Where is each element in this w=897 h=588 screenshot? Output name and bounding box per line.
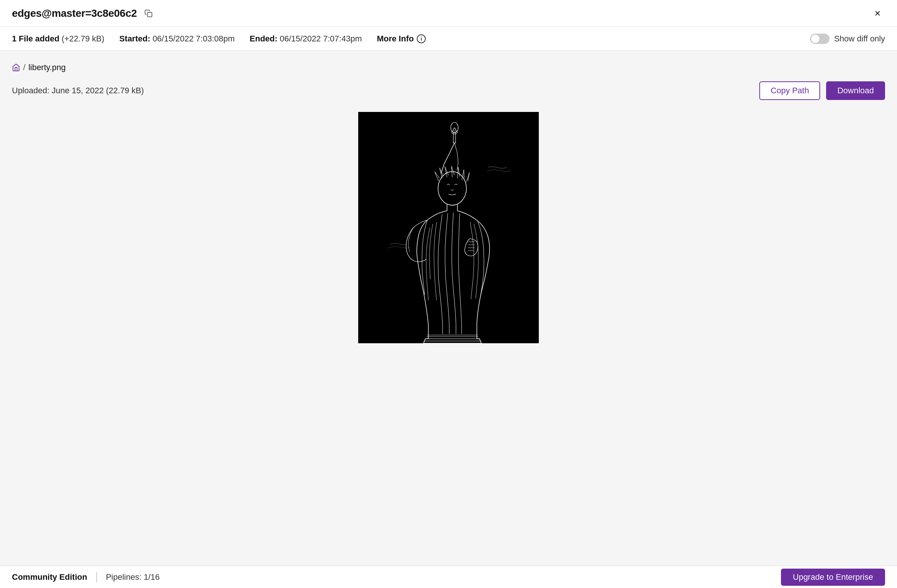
svg-rect-0: [147, 12, 152, 17]
image-container: [12, 112, 885, 343]
statue-image: [358, 112, 539, 343]
header-left: edges@master=3c8e06c2: [12, 8, 154, 19]
files-added-info: 1 File added (+22.79 kB): [12, 34, 104, 44]
image-preview: [358, 112, 539, 343]
community-edition-label: Community Edition: [12, 572, 87, 582]
ended-value: 06/15/2022 7:07:43pm: [280, 34, 362, 43]
upload-info: Uploaded: June 15, 2022 (22.79 kB): [12, 86, 144, 95]
more-info-label: More Info: [377, 34, 414, 44]
show-diff-label: Show diff only: [834, 34, 885, 44]
breadcrumb: / liberty.png: [12, 63, 885, 72]
info-bar: 1 File added (+22.79 kB) Started: 06/15/…: [0, 27, 897, 51]
pipelines-info: Pipelines: 1/16: [106, 572, 160, 582]
commit-title: edges@master=3c8e06c2: [12, 8, 137, 19]
show-diff-toggle-container: Show diff only: [810, 34, 885, 44]
ended-label: Ended:: [250, 34, 278, 43]
content-area: / liberty.png Uploaded: June 15, 2022 (2…: [0, 51, 897, 566]
copy-path-button[interactable]: Copy Path: [759, 81, 820, 100]
header-bar: edges@master=3c8e06c2 ×: [0, 0, 897, 27]
breadcrumb-filename: liberty.png: [28, 63, 66, 72]
footer-left: Community Edition Pipelines: 1/16: [12, 572, 160, 582]
close-button[interactable]: ×: [870, 6, 885, 21]
files-added-detail: (+22.79 kB): [61, 34, 104, 43]
started-value: 06/15/2022 7:03:08pm: [153, 34, 235, 43]
footer-divider: [96, 572, 97, 582]
upgrade-button[interactable]: Upgrade to Enterprise: [781, 569, 885, 586]
info-bar-left: 1 File added (+22.79 kB) Started: 06/15/…: [12, 34, 426, 44]
started-label: Started:: [119, 34, 150, 43]
more-info-button[interactable]: More Info i: [377, 34, 426, 44]
started-info: Started: 06/15/2022 7:03:08pm: [119, 34, 235, 44]
file-info-row: Uploaded: June 15, 2022 (22.79 kB) Copy …: [12, 81, 885, 100]
copy-commit-button[interactable]: [143, 8, 154, 19]
show-diff-toggle[interactable]: [810, 34, 830, 44]
breadcrumb-separator: /: [23, 63, 25, 72]
home-icon: [12, 63, 20, 72]
ended-info: Ended: 06/15/2022 7:07:43pm: [250, 34, 362, 44]
download-button[interactable]: Download: [826, 81, 885, 100]
file-action-buttons: Copy Path Download: [759, 81, 885, 100]
copy-icon: [144, 9, 153, 18]
info-circle-icon: i: [417, 34, 426, 43]
footer-bar: Community Edition Pipelines: 1/16 Upgrad…: [0, 566, 897, 588]
files-added-label: 1 File added: [12, 34, 59, 43]
info-bar-right: Show diff only: [810, 34, 885, 44]
